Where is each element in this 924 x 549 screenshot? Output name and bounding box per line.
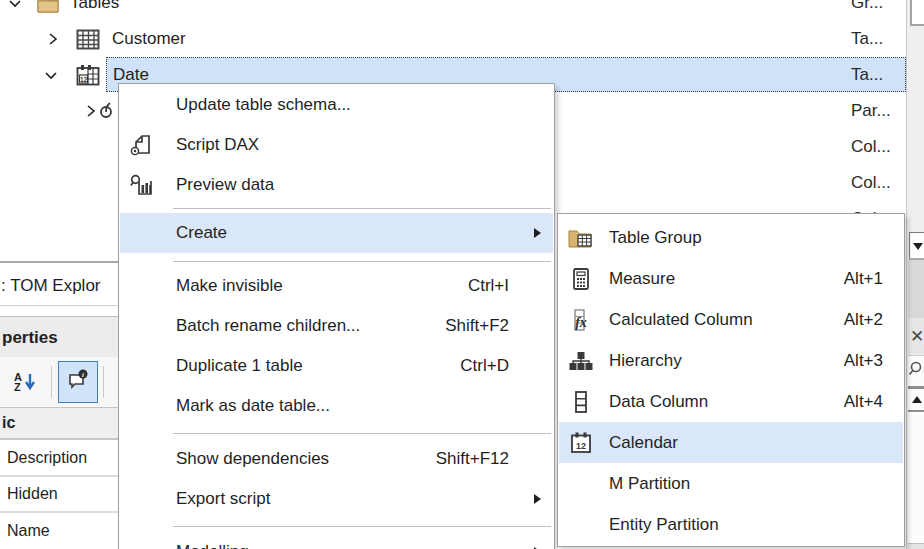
menu-item-show-dependencies[interactable]: Show dependencies Shift+F12 bbox=[120, 439, 553, 479]
hierarchy-icon bbox=[567, 349, 595, 373]
tree-type: Col... bbox=[851, 137, 891, 157]
menu-item-update-table-schema[interactable]: Update table schema... bbox=[120, 85, 553, 125]
menu-item-label: Batch rename children... bbox=[176, 316, 360, 336]
tree-type: Col... bbox=[851, 173, 891, 193]
divider bbox=[0, 305, 124, 306]
property-row-description[interactable]: Description bbox=[0, 440, 122, 477]
menu-separator bbox=[173, 261, 551, 262]
submenu-item-table-group[interactable]: Table Group bbox=[559, 217, 903, 258]
menu-item-shortcut: Ctrl+D bbox=[460, 356, 509, 376]
context-menu: Update table schema... Script DAX Previe… bbox=[118, 83, 555, 549]
calendar-table-icon: 12 bbox=[76, 64, 100, 86]
tom-explorer-title: : TOM Explor bbox=[1, 276, 101, 296]
properties-header-label: perties bbox=[2, 328, 58, 348]
menu-item-label: Script DAX bbox=[176, 135, 259, 155]
menu-item-modelling[interactable]: Modelling bbox=[120, 532, 553, 549]
menu-item-label: Preview data bbox=[176, 175, 274, 195]
property-row-name[interactable]: Name bbox=[0, 513, 122, 549]
scrollbar-track[interactable] bbox=[908, 412, 924, 543]
submenu-item-data-column[interactable]: Data Column Alt+4 bbox=[559, 381, 903, 422]
table-icon bbox=[76, 28, 100, 50]
menu-item-mark-as-date-table[interactable]: Mark as date table... bbox=[120, 386, 553, 426]
menu-item-preview-data[interactable]: Preview data bbox=[120, 165, 553, 205]
menu-item-make-invisible[interactable]: Make invisible Ctrl+I bbox=[120, 266, 553, 306]
create-submenu: Table Group Measure Alt+1 fx Calculated … bbox=[557, 213, 905, 547]
close-button[interactable]: ✕ bbox=[908, 318, 924, 354]
menu-item-label: Create bbox=[176, 223, 227, 243]
submenu-item-entity-partition[interactable]: Entity Partition bbox=[559, 504, 903, 545]
tree-type: Gr... bbox=[851, 0, 883, 13]
menu-item-shortcut: Shift+F12 bbox=[436, 449, 509, 469]
menu-item-label: Update table schema... bbox=[176, 95, 351, 115]
panel-corner bbox=[910, 0, 924, 26]
menu-item-label: Modelling bbox=[176, 542, 249, 549]
search-icon bbox=[908, 364, 924, 381]
menu-item-label: Data Column bbox=[609, 392, 708, 412]
tree-row-customer[interactable]: Customer Ta... bbox=[0, 21, 906, 57]
menu-item-shortcut: Shift+F2 bbox=[445, 316, 509, 336]
submenu-item-measure[interactable]: Measure Alt+1 bbox=[559, 258, 903, 299]
preview-data-icon bbox=[129, 173, 155, 197]
partition-icon bbox=[98, 100, 116, 122]
menu-item-label: Duplicate 1 table bbox=[176, 356, 303, 376]
chevron-down-icon[interactable] bbox=[42, 66, 60, 84]
search-box-edge[interactable] bbox=[908, 355, 924, 386]
right-edge-strip: ✕ bbox=[906, 0, 924, 549]
script-dax-icon bbox=[129, 133, 155, 157]
gray-block bbox=[908, 260, 924, 318]
property-label: Name bbox=[7, 522, 50, 540]
menu-item-shortcut: Alt+1 bbox=[844, 269, 883, 289]
table-group-icon bbox=[567, 226, 595, 250]
menu-item-shortcut: Alt+4 bbox=[844, 392, 883, 412]
app-window: Tables Gr... Customer Ta... 12 Date bbox=[0, 0, 924, 549]
svg-text:fx: fx bbox=[575, 315, 587, 330]
menu-item-batch-rename-children[interactable]: Batch rename children... Shift+F2 bbox=[120, 306, 553, 346]
scroll-up-icon bbox=[912, 396, 922, 403]
properties-toolbar: AZ i bbox=[0, 357, 124, 407]
menu-item-shortcut: Alt+3 bbox=[844, 351, 883, 371]
category-label: ic bbox=[2, 414, 15, 432]
svg-text:12: 12 bbox=[576, 440, 586, 450]
scroll-up-button[interactable] bbox=[908, 386, 924, 412]
menu-item-label: M Partition bbox=[609, 474, 690, 494]
folder-icon bbox=[36, 0, 60, 14]
property-row-hidden[interactable]: Hidden bbox=[0, 477, 122, 513]
panel-divider bbox=[0, 261, 124, 263]
tree-row-tables[interactable]: Tables Gr... bbox=[0, 0, 906, 21]
close-icon: ✕ bbox=[910, 326, 924, 347]
submenu-item-calendar[interactable]: 12 Calendar bbox=[559, 422, 903, 463]
submenu-item-hierarchy[interactable]: Hierarchy Alt+3 bbox=[559, 340, 903, 381]
dropdown-button[interactable] bbox=[909, 232, 924, 260]
properties-header: perties bbox=[0, 317, 124, 357]
menu-item-label: Calendar bbox=[609, 433, 678, 453]
submenu-arrow-icon bbox=[534, 228, 541, 238]
dropdown-arrow-icon bbox=[913, 243, 923, 250]
strip-bottom bbox=[908, 543, 924, 549]
property-label: Description bbox=[7, 449, 87, 467]
submenu-item-m-partition[interactable]: M Partition bbox=[559, 463, 903, 504]
calendar-icon: 12 bbox=[567, 431, 595, 455]
menu-item-duplicate-table[interactable]: Duplicate 1 table Ctrl+D bbox=[120, 346, 553, 386]
chevron-right-icon[interactable] bbox=[44, 30, 62, 48]
menu-item-export-script[interactable]: Export script bbox=[120, 479, 553, 519]
property-label: Hidden bbox=[7, 485, 58, 503]
menu-separator bbox=[173, 526, 551, 527]
sort-alphabetical-button[interactable]: AZ bbox=[4, 362, 46, 402]
menu-item-create[interactable]: Create bbox=[120, 213, 553, 253]
menu-item-label: Mark as date table... bbox=[176, 396, 330, 416]
show-descriptions-button[interactable]: i bbox=[58, 361, 98, 403]
menu-item-label: Table Group bbox=[609, 228, 702, 248]
tree-label: Date bbox=[113, 65, 149, 85]
properties-category-header[interactable]: ic bbox=[0, 408, 124, 440]
tree-type: Ta... bbox=[851, 29, 883, 49]
submenu-arrow-icon bbox=[534, 494, 541, 504]
menu-item-script-dax[interactable]: Script DAX bbox=[120, 125, 553, 165]
menu-item-shortcut: Ctrl+I bbox=[468, 276, 509, 296]
calculated-column-icon: fx bbox=[567, 308, 595, 332]
tree-label: Customer bbox=[112, 29, 186, 49]
tree-type: Ta... bbox=[851, 65, 883, 85]
chevron-down-icon[interactable] bbox=[6, 0, 24, 12]
toolbar-separator bbox=[51, 366, 52, 398]
tree-type: Par... bbox=[851, 101, 891, 121]
submenu-item-calculated-column[interactable]: fx Calculated Column Alt+2 bbox=[559, 299, 903, 340]
